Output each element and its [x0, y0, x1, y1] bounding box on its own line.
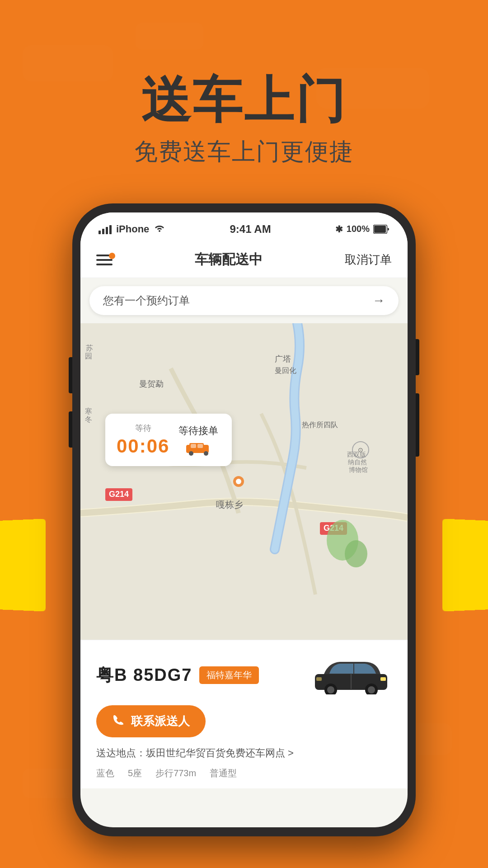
cancel-order-button[interactable]: 取消订单: [345, 252, 392, 268]
volume-up-button: [69, 357, 72, 393]
car-illustration: [310, 654, 392, 694]
volume-button-right: [416, 393, 419, 457]
svg-point-35: [189, 451, 193, 456]
status-right: ✱ 100%: [335, 224, 389, 235]
status-time: 9:41 AM: [230, 223, 271, 236]
svg-text:博物馆: 博物馆: [349, 466, 368, 473]
bluetooth-icon: ✱: [335, 224, 343, 235]
hero-subtitle: 免费送车上门更便捷: [0, 136, 488, 168]
battery-icon: [373, 225, 389, 234]
waiting-time-display: 00:06: [117, 435, 169, 457]
map-area[interactable]: G214 G214 ⊙ 曼贺勐 广塔 曼回化 热作所四队 曼令 曼沙村: [80, 323, 408, 640]
svg-text:曼贺勐: 曼贺勐: [139, 379, 164, 388]
signal-bar-4: [109, 225, 112, 234]
signal-bar-2: [102, 229, 104, 234]
svg-rect-37: [191, 444, 196, 448]
waiting-card: 等待 00:06 等待接单: [105, 414, 232, 466]
delivery-point-text: 送达地点：坂田世纪华贸百货免费还车网点 >: [96, 747, 294, 759]
signal-bar-3: [106, 227, 108, 234]
svg-point-32: [236, 479, 241, 484]
svg-text:冬: 冬: [85, 415, 92, 423]
menu-line-3: [96, 264, 113, 265]
carrier-name: iPhone: [116, 223, 149, 235]
svg-point-43: [368, 686, 375, 693]
notification-text: 您有一个预约订单: [103, 293, 190, 308]
waiting-status-text: 等待接单: [178, 424, 218, 438]
notification-arrow-icon: →: [372, 293, 385, 308]
license-plate: 粤B 85DG7: [96, 664, 192, 687]
power-button: [416, 339, 419, 375]
waiting-status-section: 等待接单: [178, 424, 218, 456]
menu-line-2: [96, 259, 113, 261]
svg-rect-44: [380, 677, 386, 681]
car-info-card: 粤B 85DG7 福特嘉年华: [80, 640, 408, 788]
menu-button[interactable]: [96, 255, 113, 265]
waiting-timer-section: 等待 00:06: [117, 423, 169, 457]
map-svg: G214 G214 ⊙ 曼贺勐 广塔 曼回化 热作所四队 曼令 曼沙村: [80, 323, 408, 640]
svg-text:西双版: 西双版: [347, 451, 366, 458]
battery-percent: 100%: [347, 224, 370, 234]
svg-text:曼回化: 曼回化: [275, 367, 296, 374]
header-bar: 车辆配送中 取消订单: [80, 242, 408, 278]
phone-icon: [112, 713, 125, 729]
car-color: 蓝色: [96, 767, 114, 779]
phone-mockup: iPhone 9:41 AM ✱ 100%: [72, 203, 416, 836]
svg-point-36: [204, 451, 208, 456]
svg-text:苏: 苏: [86, 344, 93, 352]
svg-rect-45: [316, 677, 322, 681]
svg-text:G214: G214: [109, 490, 129, 499]
car-model-badge: 福特嘉年华: [199, 666, 259, 684]
page-title: 车辆配送中: [195, 250, 263, 269]
wifi-icon: [154, 223, 165, 235]
plate-row: 粤B 85DG7 福特嘉年华: [96, 654, 392, 696]
svg-text:嘎栋乡: 嘎栋乡: [216, 500, 243, 509]
svg-point-13: [345, 540, 367, 567]
status-left: iPhone: [99, 223, 165, 235]
phone-screen: iPhone 9:41 AM ✱ 100%: [80, 212, 408, 827]
signal-bars: [99, 224, 112, 234]
notification-badge: [109, 253, 115, 259]
car-specs: 蓝色 5座 步行773m 普通型: [96, 767, 392, 779]
svg-text:寒: 寒: [85, 407, 92, 415]
svg-text:园: 园: [85, 352, 92, 360]
decorative-tab-left: [0, 519, 46, 611]
svg-text:热作所四队: 热作所四队: [302, 421, 338, 429]
volume-down-button: [69, 411, 72, 448]
walk-distance: 步行773m: [155, 767, 196, 779]
hero-title: 送车上门: [0, 72, 488, 127]
waiting-label: 等待: [117, 423, 169, 434]
svg-point-41: [327, 686, 334, 693]
notification-banner[interactable]: 您有一个预约订单 →: [89, 286, 399, 315]
car-type: 普通型: [210, 767, 237, 779]
car-image: [310, 654, 392, 696]
contact-driver-button[interactable]: 联系派送人: [96, 705, 206, 737]
decorative-tab-right: [442, 519, 488, 611]
delivery-info[interactable]: 送达地点：坂田世纪华贸百货免费还车网点 >: [96, 746, 392, 760]
svg-rect-6: [374, 226, 386, 233]
status-bar: iPhone 9:41 AM ✱ 100%: [80, 212, 408, 242]
svg-text:纳自然: 纳自然: [348, 458, 367, 466]
svg-rect-38: [197, 444, 203, 448]
signal-bar-1: [99, 231, 101, 234]
contact-label: 联系派送人: [131, 713, 190, 729]
waiting-car-icon: [184, 441, 213, 456]
car-seats: 5座: [128, 767, 142, 779]
svg-text:广塔: 广塔: [275, 354, 291, 363]
